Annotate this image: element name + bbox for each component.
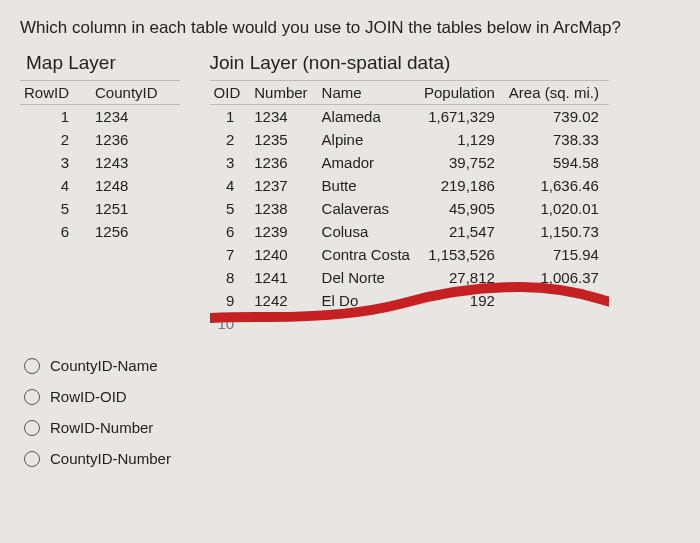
table-row: 41248 [20, 174, 180, 197]
radio-icon [24, 389, 40, 405]
option-rowid-number[interactable]: RowID-Number [24, 419, 680, 436]
right-header-name: Name [318, 81, 420, 105]
right-header-number: Number [250, 81, 317, 105]
map-layer-table: RowID CountyID 11234 21236 31243 41248 5… [20, 80, 180, 243]
join-layer-title: Join Layer (non-spatial data) [210, 52, 609, 74]
table-row: 51238Calaveras45,9051,020.01 [210, 197, 609, 220]
table-row: 11234Alameda1,671,329739.02 [210, 105, 609, 129]
table-row: 61256 [20, 220, 180, 243]
right-header-area: Area (sq. mi.) [505, 81, 609, 105]
right-header-population: Population [420, 81, 505, 105]
map-layer-title: Map Layer [20, 52, 180, 74]
left-header-rowid: RowID [20, 81, 91, 105]
map-layer-block: Map Layer RowID CountyID 11234 21236 312… [20, 52, 180, 243]
right-header-oid: OID [210, 81, 251, 105]
option-countyid-name[interactable]: CountyID-Name [24, 357, 680, 374]
option-label: CountyID-Name [50, 357, 158, 374]
table-row: 21236 [20, 128, 180, 151]
table-row: 21235Alpine1,129738.33 [210, 128, 609, 151]
option-countyid-number[interactable]: CountyID-Number [24, 450, 680, 467]
option-rowid-oid[interactable]: RowID-OID [24, 388, 680, 405]
radio-icon [24, 451, 40, 467]
question-text: Which column in each table would you use… [20, 18, 680, 38]
answer-options: CountyID-Name RowID-OID RowID-Number Cou… [20, 357, 680, 467]
radio-icon [24, 358, 40, 374]
table-row: 61239Colusa21,5471,150.73 [210, 220, 609, 243]
annotation-marker [210, 269, 609, 329]
option-label: CountyID-Number [50, 450, 171, 467]
tables-area: Map Layer RowID CountyID 11234 21236 312… [20, 52, 680, 335]
table-row: 51251 [20, 197, 180, 220]
option-label: RowID-Number [50, 419, 153, 436]
join-layer-block: Join Layer (non-spatial data) OID Number… [210, 52, 609, 335]
table-row: 31243 [20, 151, 180, 174]
table-row: 11234 [20, 105, 180, 129]
left-header-countyid: CountyID [91, 81, 180, 105]
table-row: 31236Amador39,752594.58 [210, 151, 609, 174]
radio-icon [24, 420, 40, 436]
table-row: 41237Butte219,1861,636.46 [210, 174, 609, 197]
option-label: RowID-OID [50, 388, 127, 405]
table-row: 71240Contra Costa1,153,526715.94 [210, 243, 609, 266]
